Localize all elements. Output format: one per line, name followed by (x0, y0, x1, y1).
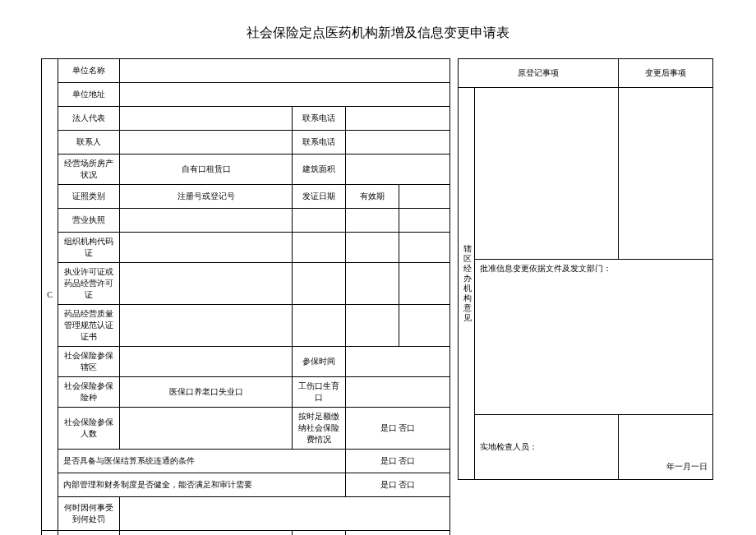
label-valid-period: 有效期 (346, 185, 399, 209)
blank-header (399, 185, 450, 209)
input-changed-items[interactable] (619, 88, 713, 260)
input-gsp-date[interactable] (293, 305, 346, 347)
label-date: 年一月一日 (619, 415, 713, 480)
input-penalty[interactable] (120, 497, 450, 531)
left-table: C 单位名称 单位地址 法人代表 联系电话 联系人 联系电话 经营场 (41, 58, 450, 535)
label-changed-items: 变更后事项 (619, 59, 713, 88)
input-si-count[interactable] (120, 408, 293, 450)
input-biz-valid[interactable] (346, 209, 399, 233)
checkbox-si-types[interactable]: 医保口养老口失业口 (120, 377, 293, 408)
label-unit-addr: 单位地址 (58, 83, 120, 107)
input-practice-extra[interactable] (399, 263, 450, 305)
checkbox-injury-birth[interactable]: 工伤口生育口 (293, 377, 346, 408)
side-district-opinion: 辖区经办机构意见 (459, 88, 475, 480)
input-phone2[interactable] (346, 131, 450, 155)
input-gsp-valid[interactable] (346, 305, 399, 347)
input-unit-name[interactable] (120, 59, 450, 83)
input-phone1[interactable] (346, 107, 450, 131)
label-practice: 执业许可证或药品经营许可证 (58, 263, 120, 305)
right-panel: 原登记事项 变更后事项 辖区经办机构意见 批准信息变更依据文件及发文部门： 实地… (458, 58, 712, 535)
label-license-type: 证照类别 (58, 185, 120, 209)
checkbox-own-rent[interactable]: 自有口租赁口 (120, 155, 293, 185)
input-insure-time[interactable] (346, 347, 450, 377)
input-hospital-level[interactable] (346, 531, 450, 536)
label-property: 经营场所房产状况 (58, 155, 120, 185)
input-inspector[interactable]: 实地检查人员： (475, 415, 619, 480)
label-settle-cond: 是否具备与医保结算系统连通的条件 (58, 450, 346, 473)
left-panel: C 单位名称 单位地址 法人代表 联系电话 联系人 联系电话 经营场 (41, 58, 449, 535)
input-legal-rep[interactable] (120, 107, 293, 131)
label-build-area: 建筑面积 (293, 155, 346, 185)
input-practice-date[interactable] (293, 263, 346, 305)
input-si-area[interactable] (120, 347, 293, 377)
input-orig-items[interactable] (475, 88, 619, 260)
form-title: 社会保险定点医药机构新增及信息变更申请表 (41, 25, 715, 42)
input-org-extra[interactable] (399, 233, 450, 263)
input-practice-reg[interactable] (120, 263, 293, 305)
checkbox-settle-cond[interactable]: 是口 否口 (346, 450, 450, 473)
input-approval-basis[interactable]: 批准信息变更依据文件及发文部门： (475, 260, 713, 415)
label-inspector: 实地检查人员： (480, 442, 537, 451)
input-org-reg[interactable] (120, 233, 293, 263)
right-table: 原登记事项 变更后事项 辖区经办机构意见 批准信息变更依据文件及发文部门： 实地… (458, 58, 713, 480)
label-si-area: 社会保险参保辖区 (58, 347, 120, 377)
label-reg-no: 注册号或登记号 (120, 185, 293, 209)
input-org-date[interactable] (293, 233, 346, 263)
label-unit-name: 单位名称 (58, 59, 120, 83)
label-insure-time: 参保时间 (293, 347, 346, 377)
side-label-c: C (42, 59, 58, 531)
label-penalty: 何时因何事受到何处罚 (58, 497, 120, 531)
input-biz-reg[interactable] (120, 209, 293, 233)
label-legal-rep: 法人代表 (58, 107, 120, 131)
label-phone2: 联系电话 (293, 131, 346, 155)
label-issue-date: 发证日期 (293, 185, 346, 209)
input-contact-person[interactable] (120, 131, 293, 155)
input-biz-date[interactable] (293, 209, 346, 233)
label-inst-type: 机构类别 (58, 531, 120, 536)
input-gsp-reg[interactable] (120, 305, 293, 347)
input-biz-extra[interactable] (399, 209, 450, 233)
label-si-types: 社会保险参保险种 (58, 377, 120, 408)
checkbox-internal-mgmt[interactable]: 是口 否口 (346, 473, 450, 497)
form-container: C 单位名称 单位地址 法人代表 联系电话 联系人 联系电话 经营场 (41, 58, 715, 535)
input-unit-addr[interactable] (120, 83, 450, 107)
checkbox-full-pay[interactable]: 是口 否口 (346, 408, 450, 450)
label-approval-basis: 批准信息变更依据文件及发文部门： (480, 264, 611, 273)
label-hospital-level: 医院级别 (293, 531, 346, 536)
label-si-count: 社会保险参保人数 (58, 408, 120, 450)
input-si-types-extra[interactable] (346, 377, 450, 408)
input-practice-valid[interactable] (346, 263, 399, 305)
label-full-pay: 按时足额缴纳社会保险费情况 (293, 408, 346, 450)
input-build-area[interactable] (346, 155, 450, 185)
label-phone1: 联系电话 (293, 107, 346, 131)
side-label-med: 医 (42, 531, 58, 536)
label-contact-person: 联系人 (58, 131, 120, 155)
label-biz-license: 营业执照 (58, 209, 120, 233)
input-org-valid[interactable] (346, 233, 399, 263)
input-gsp-extra[interactable] (399, 305, 450, 347)
label-org-code: 组织机构代码证 (58, 233, 120, 263)
label-internal-mgmt: 内部管理和财务制度是否健全，能否满足和审计需要 (58, 473, 346, 497)
label-gsp: 药品经营质量管理规范认证证书 (58, 305, 120, 347)
checkbox-inst-type[interactable]: 综合口专科口其他口 (120, 531, 293, 536)
label-orig-items: 原登记事项 (459, 59, 619, 88)
